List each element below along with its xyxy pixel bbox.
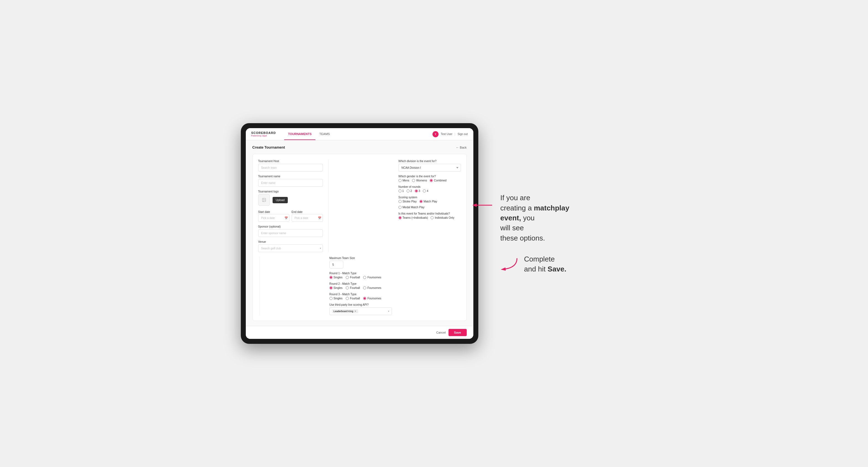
start-label: Start date [258,211,270,214]
venue-label: Venue [258,240,323,243]
outer-wrapper: SCOREBOARD Powered by clippit TOURNAMENT… [241,123,627,344]
round1-foursomes[interactable]: Foursomes [363,276,381,279]
start-date-wrapper: 📅 [258,214,289,222]
page-header: Create Tournament ← Back [252,145,467,149]
round1-group: Round 1 - Match Type Singles Fourball Fo… [330,272,392,279]
avatar: T [432,131,439,137]
form-col-3: Maximum Team Size Round 1 - Match Type S… [327,256,392,315]
round3-label: Round 3 - Match Type [330,293,392,296]
form-col-2: Which division is the event for? NCAA Di… [396,160,461,252]
name-group: Tournament name [258,175,323,187]
sponsor-group: Sponsor (optional) [258,225,323,237]
rounds-1[interactable]: 1 [399,189,404,192]
venue-input-wrapper: ▾ [258,244,323,252]
app-logo: SCOREBOARD Powered by clippit [251,131,276,137]
gender-group: Which gender is the event for? Mens Wome… [399,175,461,182]
arrow-bottom-icon [500,257,520,271]
logo-group: Tournament logo Upload [258,190,323,206]
tablet-screen: SCOREBOARD Powered by clippit TOURNAMENT… [246,128,473,339]
rounds-3[interactable]: 3 [415,189,420,192]
annotation-top-text1: If you arecreating a [500,194,534,212]
end-label: End date [291,211,303,214]
tab-tournaments[interactable]: TOURNAMENTS [284,128,315,140]
teams-radio-group: Teams (+Individuals) Individuals Only [399,216,461,219]
round2-options: Singles Fourball Foursomes [330,286,392,289]
page-title: Create Tournament [252,145,285,149]
round3-group: Round 3 - Match Type Singles Fourball Fo… [330,293,392,300]
form-grid: Tournament Host Tournament name Tourname… [252,154,467,321]
host-label: Tournament Host [258,160,323,163]
rounds-2[interactable]: 2 [406,189,412,192]
gender-womens[interactable]: Womens [412,179,427,182]
division-select[interactable]: NCAA Division I [399,164,461,172]
round2-label: Round 2 - Match Type [330,282,392,285]
nav-right: T Test User | Sign out [432,131,468,137]
scoring-medal[interactable]: Medal Match Play [399,206,425,209]
user-label: Test User [441,132,453,135]
logo-upload-area: Upload [258,194,323,206]
teams-individuals[interactable]: Individuals Only [431,216,454,219]
max-team-label: Maximum Team Size [330,256,392,259]
rounds-group: Number of rounds 1 2 3 [399,185,461,192]
upload-button[interactable]: Upload [273,197,288,203]
name-input[interactable] [258,179,323,187]
chevron-down-icon: ▾ [388,310,390,313]
round2-foursomes[interactable]: Foursomes [363,286,381,289]
scoring-label: Scoring system [399,196,461,199]
teams-both[interactable]: Teams (+Individuals) [399,216,428,219]
calendar-icon-start: 📅 [284,217,288,220]
save-button[interactable]: Save [448,329,467,336]
host-group: Tournament Host [258,160,323,172]
date-row: Start date 📅 End date [258,209,323,222]
round3-foursomes[interactable]: Foursomes [363,297,381,300]
tab-teams[interactable]: TEAMS [315,128,334,140]
name-label: Tournament name [258,175,323,178]
gender-combined[interactable]: Combined [430,179,446,182]
annotation-bottom-text: Completeand hit Save. [524,254,566,274]
host-input[interactable] [258,164,323,172]
scoring-group: Scoring system Stroke Play Match Play Me… [399,196,461,209]
scoring-radio-group: Stroke Play Match Play Medal Match Play [399,200,461,209]
round1-singles[interactable]: Singles [330,276,343,279]
scoring-match[interactable]: Match Play [420,200,437,203]
main-content: Create Tournament ← Back Tournament Host… [246,140,473,326]
annotation-bottom-bold: Save. [548,265,566,273]
annotation-top: If you arecreating a matchplayevent, you… [500,193,627,243]
max-team-group: Maximum Team Size [330,256,392,269]
venue-input[interactable] [258,244,323,252]
api-label: Use third-party live scoring API? [330,303,392,306]
rounds-4[interactable]: 4 [423,189,428,192]
end-date-group: End date 📅 [291,209,323,222]
gender-label: Which gender is the event for? [399,175,461,178]
tablet-frame: SCOREBOARD Powered by clippit TOURNAMENT… [241,123,478,344]
teams-label: Is this event for Teams and/or Individua… [399,212,461,215]
svg-point-1 [263,199,264,200]
round3-options: Singles Fourball Foursomes [330,297,392,300]
gender-mens[interactable]: Mens [399,179,409,182]
round3-fourball[interactable]: Fourball [346,297,360,300]
sponsor-label: Sponsor (optional) [258,225,323,228]
teams-group: Is this event for Teams and/or Individua… [399,212,461,219]
arrow-top-icon [473,201,495,209]
round1-options: Singles Fourball Foursomes [330,276,392,279]
round1-fourball[interactable]: Fourball [346,276,360,279]
round2-fourball[interactable]: Fourball [346,286,360,289]
sign-out-link[interactable]: Sign out [458,132,468,135]
back-link[interactable]: ← Back [456,146,467,149]
logo-subtitle: Powered by clippit [251,135,276,137]
api-tag-value: Leaderboard King [334,310,353,313]
sponsor-input[interactable] [258,229,323,237]
api-tag-close-icon[interactable]: ✕ [354,310,356,313]
round3-singles[interactable]: Singles [330,297,343,300]
rounds-radio-group: 1 2 3 4 [399,189,461,192]
api-select-wrapper[interactable]: Leaderboard King ✕ ▾ [330,307,392,315]
logo-title: SCOREBOARD [251,131,276,134]
max-team-input[interactable] [330,261,343,269]
division-group: Which division is the event for? NCAA Di… [399,160,461,172]
round2-group: Round 2 - Match Type Singles Fourball Fo… [330,282,392,289]
cancel-button[interactable]: Cancel [436,331,446,334]
round2-singles[interactable]: Singles [330,286,343,289]
nav-tabs: TOURNAMENTS TEAMS [284,128,334,140]
logo-placeholder [258,194,270,206]
scoring-stroke[interactable]: Stroke Play [399,200,417,203]
